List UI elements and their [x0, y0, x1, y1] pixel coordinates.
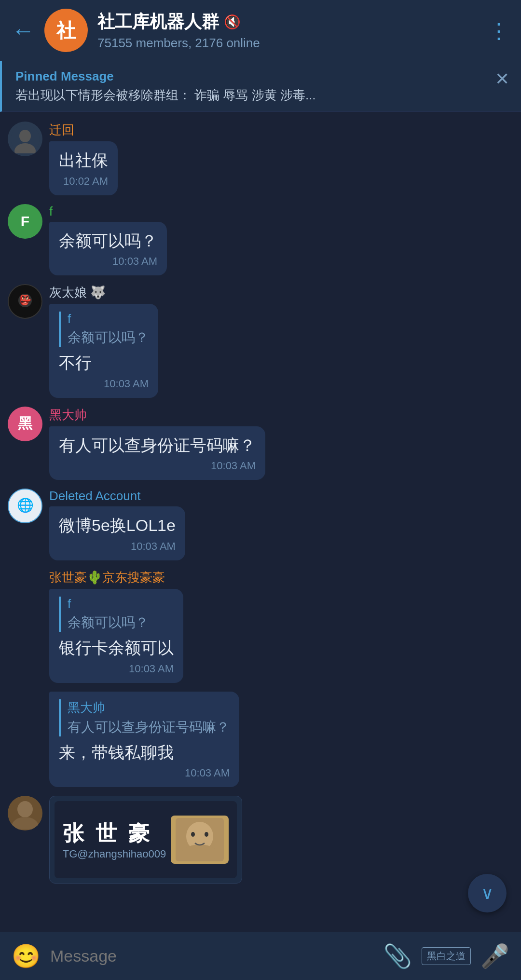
mic-button[interactable]: 🎤: [480, 943, 509, 970]
svg-point-1: [19, 130, 31, 142]
bubble-col: 张世豪🌵京东搜豪豪 f 余额可以吗？ 银行卡余额可以 10:03 AM: [49, 569, 183, 683]
mute-icon: 🔇: [224, 14, 241, 30]
scroll-down-button[interactable]: ∨: [468, 874, 507, 912]
message-bubble: 余额可以吗？ 10:03 AM: [49, 222, 167, 276]
quote-text: 余额可以吗？: [68, 613, 174, 632]
quote-block: f 余额可以吗？: [59, 312, 149, 347]
avatar: 🌐: [8, 489, 42, 523]
message-text: 微博5e换LOL1e: [59, 514, 176, 537]
message-time: 10:03 AM: [59, 663, 174, 675]
quote-block: f 余额可以吗？: [59, 597, 174, 632]
message-time: 10:02 AM: [59, 175, 108, 188]
bubble-col: 黑大帅 有人可以查身份证号码嘛？ 来，带钱私聊我 10:03 AM: [49, 692, 239, 788]
svg-text:🌐: 🌐: [17, 497, 34, 513]
emoji-button[interactable]: 😊: [12, 943, 41, 970]
message-bubble: 黑大帅 有人可以查身份证号码嘛？ 来，带钱私聊我 10:03 AM: [49, 692, 239, 788]
attach-button[interactable]: 📎: [383, 943, 412, 970]
avatar: F: [8, 204, 42, 239]
message-bubble: 有人可以查身份证号码嘛？ 10:03 AM: [49, 426, 265, 480]
pinned-close-button[interactable]: ✕: [485, 69, 509, 89]
message-text: 来，带钱私聊我: [59, 741, 230, 764]
group-name: 社工库机器人群 🔇: [97, 10, 479, 34]
sticker-name: 张 世 豪: [63, 819, 166, 848]
members-info: 75155 members, 2176 online: [97, 36, 479, 51]
avatar: [8, 796, 42, 830]
bubble-col: 灰太娘 🐺 f 余额可以吗？ 不行 10:03 AM: [49, 284, 158, 398]
bottom-bar: 😊 📎 黑白之道 🎤: [0, 932, 521, 980]
message-text: 有人可以查身份证号码嘛？: [59, 434, 256, 457]
message-time: 10:03 AM: [59, 767, 230, 779]
sender-name: 黑大帅: [49, 407, 265, 423]
message-row: 黑 黑大帅 有人可以查身份证号码嘛？ 10:03 AM: [8, 407, 513, 480]
sender-name: f: [49, 204, 167, 219]
watermark-label: 黑白之道: [422, 947, 471, 965]
bottom-icons-right: 📎 黑白之道 🎤: [383, 943, 509, 970]
more-options-button[interactable]: ⋮: [488, 18, 509, 43]
message-time: 10:03 AM: [59, 460, 256, 472]
svg-point-9: [17, 801, 33, 817]
bubble-col: 黑大帅 有人可以查身份证号码嘛？ 10:03 AM: [49, 407, 265, 480]
bubble-col: 张 世 豪 TG@zhangshihao009: [49, 796, 242, 884]
message-time: 10:03 AM: [59, 378, 149, 390]
back-button[interactable]: ←: [12, 17, 35, 44]
message-row: 迁回 出社保 10:02 AM: [8, 122, 513, 195]
sticker-bubble: 张 世 豪 TG@zhangshihao009: [49, 796, 242, 884]
sticker-inner: 张 世 豪 TG@zhangshihao009: [55, 801, 237, 878]
chat-area: 迁回 出社保 10:02 AM F f 余额可以吗？ 10:03 AM 👺: [0, 112, 521, 932]
message-row: 🌐 Deleted Account 微博5e换LOL1e 10:03 AM: [8, 489, 513, 560]
quote-sender: f: [68, 597, 174, 612]
message-row: 黑大帅 有人可以查身份证号码嘛？ 来，带钱私聊我 10:03 AM: [8, 692, 513, 788]
header-info: 社工库机器人群 🔇 75155 members, 2176 online: [97, 10, 479, 51]
pinned-message-bar[interactable]: Pinned Message 若出现以下情形会被移除群组： 诈骗 辱骂 涉黄 涉…: [0, 61, 521, 112]
message-input[interactable]: [50, 947, 373, 966]
avatar: [8, 122, 42, 156]
avatar: 👺: [8, 284, 42, 319]
quote-sender: f: [68, 312, 149, 327]
avatar: 黑: [8, 407, 42, 441]
message-bubble: 出社保 10:02 AM: [49, 141, 118, 195]
message-time: 10:03 AM: [59, 540, 176, 553]
quote-text: 有人可以查身份证号码嘛？: [68, 718, 230, 736]
sender-name: 迁回: [49, 122, 118, 138]
message-row: 张 世 豪 TG@zhangshihao009: [8, 796, 513, 884]
sender-name: Deleted Account: [49, 489, 185, 504]
message-row: 张世豪🌵京东搜豪豪 f 余额可以吗？ 银行卡余额可以 10:03 AM: [8, 569, 513, 683]
message-text: 不行: [59, 352, 149, 375]
sticker-sub: TG@zhangshihao009: [63, 848, 166, 860]
quote-text: 余额可以吗？: [68, 328, 149, 347]
pinned-text: 若出现以下情形会被移除群组： 诈骗 辱骂 涉黄 涉毒...: [15, 87, 316, 104]
svg-point-15: [205, 832, 208, 837]
message-text: 余额可以吗？: [59, 230, 157, 253]
message-text: 出社保: [59, 149, 108, 172]
sticker-face-image: [171, 816, 229, 864]
bubble-col: f 余额可以吗？ 10:03 AM: [49, 204, 167, 276]
message-bubble: f 余额可以吗？ 不行 10:03 AM: [49, 304, 158, 398]
message-bubble: 微博5e换LOL1e 10:03 AM: [49, 506, 185, 560]
quote-sender: 黑大帅: [68, 699, 230, 716]
message-row: F f 余额可以吗？ 10:03 AM: [8, 204, 513, 276]
message-bubble: f 余额可以吗？ 银行卡余额可以 10:03 AM: [49, 589, 183, 683]
message-row: 👺 灰太娘 🐺 f 余额可以吗？ 不行 10:03 AM: [8, 284, 513, 398]
chat-header: ← 社 社工库机器人群 🔇 75155 members, 2176 online…: [0, 0, 521, 61]
message-time: 10:03 AM: [59, 255, 157, 268]
message-text: 银行卡余额可以: [59, 637, 174, 660]
group-avatar: 社: [44, 9, 88, 52]
svg-text:👺: 👺: [19, 294, 31, 306]
sender-name: 张世豪🌵京东搜豪豪: [49, 569, 183, 586]
svg-point-14: [191, 832, 195, 837]
bubble-col: 迁回 出社保 10:02 AM: [49, 122, 118, 195]
pinned-label: Pinned Message: [15, 69, 316, 84]
bubble-col: Deleted Account 微博5e换LOL1e 10:03 AM: [49, 489, 185, 560]
sender-name: 灰太娘 🐺: [49, 284, 158, 301]
pinned-content: Pinned Message 若出现以下情形会被移除群组： 诈骗 辱骂 涉黄 涉…: [15, 69, 316, 104]
quote-block: 黑大帅 有人可以查身份证号码嘛？: [59, 699, 230, 736]
